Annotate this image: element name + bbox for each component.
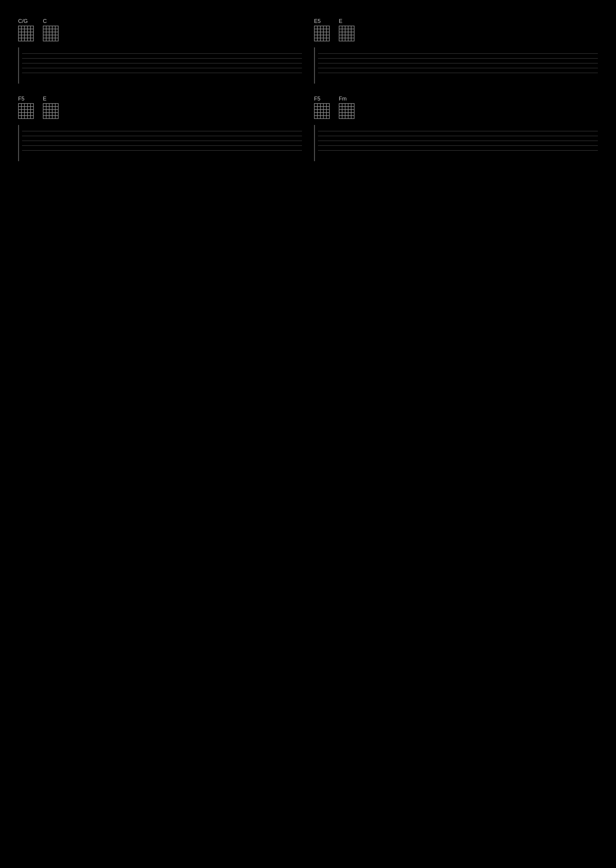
chord-row-1-right: E5 E [314,18,598,41]
chord-c-label: C [43,18,47,24]
chord-section-2: F5 E [18,96,598,161]
chord-f5-left: F5 [18,96,34,119]
chord-cig-label: C/G [18,18,28,24]
staff-lines-2-left [22,131,302,155]
chord-row-2-left: F5 E [18,96,302,119]
chord-e: E [339,18,355,41]
right-half-2: F5 Fm [308,96,598,161]
staff-lines-2-right [318,131,598,155]
page: C/G C [0,0,616,868]
left-half-1: C/G C [18,18,308,84]
right-half-1: E5 E [308,18,598,84]
chord-cig-grid [18,26,34,41]
chord-e-label: E [339,18,343,24]
chord-e5-label: E5 [314,18,321,24]
chord-c-grid [43,26,58,41]
staff-area-1-left [18,47,302,84]
chord-f5-right: F5 [314,96,330,119]
chord-fm: Fm [339,96,355,119]
chord-f5-right-label: F5 [314,96,321,102]
chord-e-left-grid [43,103,58,119]
chord-e5-grid [314,26,330,41]
chord-row-1: C/G C [18,18,302,41]
chord-section-1: C/G C [18,18,598,84]
chord-f5-left-label: F5 [18,96,24,102]
section-1: C/G C [18,18,598,84]
chord-fm-label: Fm [339,96,347,102]
staff-area-1-right [314,47,598,84]
chord-e5: E5 [314,18,330,41]
staff-area-2-left [18,125,302,161]
staff-lines-1-left [22,53,302,78]
chord-e-grid [339,26,355,41]
chord-fm-grid [339,103,355,119]
section-2: F5 E [18,96,598,161]
left-half-2: F5 E [18,96,308,161]
staff-lines-1-right [318,53,598,78]
chord-row-2-right: F5 Fm [314,96,598,119]
chord-f5-right-grid [314,103,330,119]
chord-e-left-label: E [43,96,47,102]
chord-f5-left-grid [18,103,34,119]
chord-c: C [43,18,58,41]
staff-area-2-right [314,125,598,161]
chord-cig: C/G [18,18,34,41]
chord-e-left: E [43,96,58,119]
